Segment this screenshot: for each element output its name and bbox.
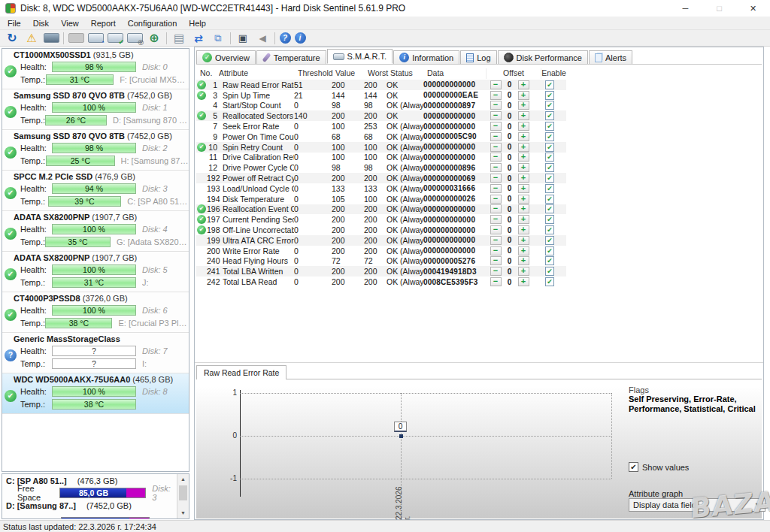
offset-decrease-button[interactable]: − (490, 236, 502, 245)
tab-information[interactable]: Information (393, 50, 459, 64)
disk-entry[interactable]: CT4000P3PSSD8 (3726,0 GB) Health: 100 % … (2, 292, 189, 333)
enable-checkbox[interactable] (545, 277, 554, 286)
enable-checkbox[interactable] (545, 246, 554, 255)
enable-checkbox[interactable] (545, 267, 554, 276)
smart-attribute-row[interactable]: 199 Ultra ATA CRC Error Count 0 200 200 … (196, 235, 566, 246)
enable-checkbox[interactable] (545, 204, 554, 213)
enable-checkbox[interactable] (545, 91, 554, 100)
problems-icon[interactable]: ⚠ (22, 31, 41, 46)
smart-attribute-row[interactable]: 200 Write Error Rate 0 200 200 OK (Alway… (196, 246, 566, 256)
offset-increase-button[interactable]: + (518, 101, 529, 110)
menu-item[interactable]: View (55, 18, 85, 29)
offset-decrease-button[interactable]: − (490, 80, 502, 89)
enable-checkbox[interactable] (545, 101, 554, 110)
refresh-icon[interactable]: ↻ (2, 31, 22, 46)
tab-smart[interactable]: S.M.A.R.T. (327, 49, 393, 64)
smart-attribute-row[interactable]: 198 Off-Line Uncorrectable Sec.. 0 200 2… (196, 225, 566, 235)
offset-decrease-button[interactable]: − (490, 267, 502, 276)
scroll-thumb[interactable] (179, 485, 187, 500)
enable-checkbox[interactable] (545, 236, 554, 245)
disk-entry[interactable]: Samsung SSD 870 QVO 8TB (7452,0 GB) Heal… (2, 89, 189, 130)
disk-ok-icon[interactable]: ✔ (105, 31, 125, 46)
menu-item[interactable]: Help (183, 18, 212, 29)
disk-monitor-icon[interactable] (41, 31, 61, 46)
enable-checkbox[interactable] (545, 215, 554, 224)
offset-decrease-button[interactable]: − (490, 153, 502, 162)
smart-attribute-row[interactable]: 192 Power off Retract Cycle Co.. 0 200 2… (196, 173, 566, 183)
smart-attribute-row[interactable]: 1 Raw Read Error Rate 51 200 200 OK 0000… (196, 80, 566, 90)
offset-increase-button[interactable]: + (518, 163, 529, 172)
disk-entry[interactable]: Generic MassStorageClass Health: ? Disk:… (2, 333, 189, 373)
settings-monitor-icon[interactable]: ▣ (233, 31, 253, 46)
enable-checkbox[interactable] (545, 143, 554, 152)
smart-attribute-row[interactable]: 11 Drive Calibration Retry Co.. 0 100 10… (196, 153, 566, 163)
tab-temperature[interactable]: Temperature (256, 50, 326, 64)
info-icon[interactable]: i (293, 31, 308, 46)
tab-disk-performance[interactable]: Disk Performance (498, 50, 588, 64)
offset-increase-button[interactable]: + (518, 225, 529, 234)
offset-increase-button[interactable]: + (518, 277, 529, 286)
disk-clock-icon[interactable]: ◔ (86, 31, 105, 46)
offset-decrease-button[interactable]: − (490, 163, 502, 172)
offset-increase-button[interactable]: + (518, 246, 529, 255)
graph-tab-raw-read-error-rate[interactable]: Raw Read Error Rate (196, 365, 286, 379)
menu-item[interactable]: File (2, 18, 27, 29)
sync-icon[interactable]: ⇄ (189, 31, 208, 46)
tab-alerts[interactable]: Alerts (589, 50, 632, 64)
menu-item[interactable]: Report (85, 18, 122, 29)
offset-decrease-button[interactable]: − (490, 122, 502, 131)
offset-increase-button[interactable]: + (518, 236, 529, 245)
smart-attribute-row[interactable]: 197 Current Pending Sector Co.. 0 200 20… (196, 214, 566, 225)
offset-decrease-button[interactable]: − (490, 277, 502, 286)
smart-attribute-row[interactable]: 242 Total LBA Read 0 200 200 OK (Always … (196, 277, 566, 287)
offset-increase-button[interactable]: + (518, 122, 529, 131)
partitions-scrollbar[interactable]: ▲ ▼ (177, 474, 189, 518)
offset-increase-button[interactable]: + (518, 256, 529, 265)
offset-increase-button[interactable]: + (518, 184, 529, 193)
partition-row[interactable]: D: [Samsung 87..] (7452,0 GB) (2, 499, 177, 512)
offset-increase-button[interactable]: + (518, 195, 529, 204)
offset-increase-button[interactable]: + (518, 153, 529, 162)
help-icon[interactable]: ? (277, 31, 293, 46)
disk-entry[interactable]: CT1000MX500SSD1 (931,5 GB) Health: 98 % … (2, 49, 189, 89)
smart-attribute-row[interactable]: 240 Head Flying Hours 0 72 72 OK (Always… (196, 256, 566, 267)
offset-decrease-button[interactable]: − (490, 215, 502, 224)
menu-item[interactable]: Configuration (122, 18, 183, 29)
pane-splitter[interactable] (195, 362, 763, 363)
offset-decrease-button[interactable]: − (490, 101, 502, 110)
smart-attribute-row[interactable]: 193 Load/Unload Cycle Count 0 133 133 OK… (196, 183, 566, 194)
offset-increase-button[interactable]: + (518, 174, 529, 183)
disk-entry[interactable]: WDC WD5000AAKX-75U6AA0 (465,8 GB) Health… (2, 373, 189, 414)
scroll-down-arrow[interactable]: ▼ (177, 508, 189, 518)
tab-overview[interactable]: Overview (196, 50, 256, 64)
offset-decrease-button[interactable]: − (490, 184, 502, 193)
maximize-button[interactable]: □ (702, 0, 736, 17)
offset-increase-button[interactable]: + (518, 132, 529, 141)
menu-item[interactable]: Disk (27, 18, 55, 29)
offset-increase-button[interactable]: + (518, 204, 529, 213)
enable-checkbox[interactable] (545, 225, 554, 234)
smart-attribute-row[interactable]: 194 Disk Temperature 0 105 100 OK (Alway… (196, 194, 566, 204)
close-button[interactable]: ✕ (736, 0, 770, 17)
detect-disks-icon[interactable] (66, 31, 86, 46)
enable-checkbox[interactable] (545, 195, 554, 204)
offset-decrease-button[interactable]: − (490, 111, 502, 120)
disk-entry[interactable]: ADATA SX8200PNP (1907,7 GB) Health: 100 … (2, 252, 189, 292)
disk-entry[interactable]: ADATA SX8200PNP (1907,7 GB) Health: 100 … (2, 211, 189, 252)
offset-decrease-button[interactable]: − (490, 174, 502, 183)
enable-checkbox[interactable] (545, 163, 554, 172)
smart-attribute-row[interactable]: 241 Total LBA Written 0 200 200 OK (Alwa… (196, 266, 566, 277)
tab-log[interactable]: Log (460, 50, 496, 64)
enable-checkbox[interactable] (545, 184, 554, 193)
offset-increase-button[interactable]: + (518, 91, 529, 100)
offset-decrease-button[interactable]: − (490, 195, 502, 204)
offset-increase-button[interactable]: + (518, 143, 529, 152)
enable-checkbox[interactable] (545, 174, 554, 183)
network-globe-icon[interactable]: ⊕ (144, 31, 164, 46)
enable-checkbox[interactable] (545, 153, 554, 162)
enable-checkbox[interactable] (545, 122, 554, 131)
smart-attribute-row[interactable]: 12 Drive Power Cycle Count 0 98 98 OK (A… (196, 162, 566, 173)
smart-attribute-row[interactable]: 5 Reallocated Sectors Count 140 200 200 … (196, 110, 566, 121)
disk-entry[interactable]: Samsung SSD 870 QVO 8TB (7452,0 GB) Heal… (2, 130, 189, 171)
offset-increase-button[interactable]: + (518, 215, 529, 224)
